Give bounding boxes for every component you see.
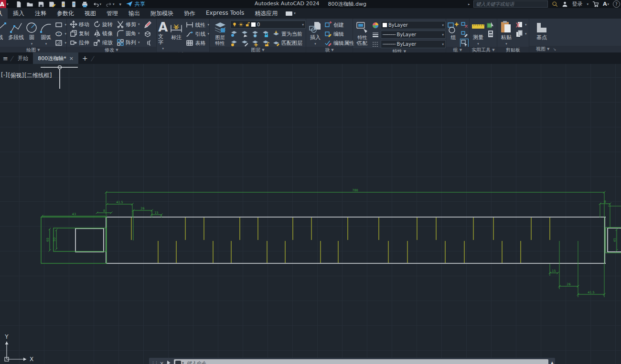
ribbon-tab-0[interactable]: 默认: [0, 8, 8, 19]
layer-off-icon[interactable]: [230, 30, 238, 38]
explode-icon[interactable]: [144, 30, 151, 38]
layer-lock-icon[interactable]: [262, 30, 269, 38]
measure-button[interactable]: 测量▾: [471, 20, 485, 47]
save-as-icon[interactable]: [49, 1, 56, 8]
viewport-menu-button[interactable]: [-]: [1, 72, 8, 80]
share-button[interactable]: 共享: [126, 0, 145, 8]
hatch-icon[interactable]: [55, 39, 63, 47]
open-from-mobile-icon[interactable]: [60, 1, 66, 8]
user-icon[interactable]: [562, 1, 568, 7]
linetype-combo[interactable]: ──────ByLayer▾: [381, 40, 446, 48]
ribbon-tab-3[interactable]: 参数化: [52, 8, 79, 19]
rotate-button[interactable]: 旋转: [93, 21, 113, 28]
dimension-tool-button[interactable]: 标注: [169, 20, 183, 41]
group-edit-icon[interactable]: [460, 30, 468, 38]
quick-select-icon[interactable]: [487, 21, 494, 29]
line-tool-button[interactable]: 线: [0, 20, 8, 41]
polyline-tool-button[interactable]: 多段线: [8, 20, 24, 41]
insert-block-button[interactable]: 插入▾: [308, 20, 322, 47]
copy-button[interactable]: 复制: [70, 30, 89, 37]
plot-printer-icon[interactable]: [81, 1, 88, 8]
command-bar-close-icon[interactable]: ×: [159, 360, 166, 364]
undo-caret-icon[interactable]: ▾: [100, 2, 102, 6]
search-icon[interactable]: [552, 1, 558, 7]
ellipse-icon[interactable]: [55, 30, 63, 38]
open-folder-icon[interactable]: [26, 1, 33, 8]
match-properties-button[interactable]: 特性匹配: [355, 20, 370, 46]
object-color-combo[interactable]: ByLayer▾: [381, 21, 446, 29]
ribbon-tab-2[interactable]: 注释: [30, 8, 52, 19]
ribbon-tab-5[interactable]: 管理: [101, 8, 123, 19]
circle-tool-button[interactable]: 圆 ▾: [24, 20, 39, 47]
layer-properties-button[interactable]: 图层特性: [212, 20, 228, 46]
layer-thaw-icon[interactable]: [251, 39, 259, 47]
ribbon-tab-10[interactable]: 精选应用: [249, 8, 283, 19]
autocad-logo-icon[interactable]: A: [0, 0, 6, 8]
new-file-icon[interactable]: [15, 1, 22, 8]
command-input[interactable]: [186, 360, 548, 364]
scale-button[interactable]: 缩放: [93, 39, 113, 46]
layer-isolate-icon[interactable]: [241, 30, 248, 38]
view-control-button[interactable]: [俯视]: [8, 72, 24, 80]
ribbon-tab-7[interactable]: 附加模块: [145, 8, 179, 19]
drawing-canvas[interactable]: [-] [俯视] [二维线框]: [0, 64, 621, 364]
erase-icon[interactable]: [144, 21, 151, 29]
qat-customize-icon[interactable]: ▾: [119, 2, 122, 7]
mirror-button[interactable]: 镜像: [93, 30, 113, 37]
move-button[interactable]: 移动: [70, 21, 89, 28]
cart-icon[interactable]: [592, 1, 599, 7]
lineweight-combo[interactable]: ──────ByLayer▾: [381, 31, 446, 39]
leader-button[interactable]: 引线▾: [186, 30, 209, 38]
table-button[interactable]: 表格: [186, 39, 209, 47]
ribbon-tab-6[interactable]: 输出: [123, 8, 145, 19]
ribbon-display-toggle[interactable]: ▾: [286, 11, 296, 16]
ribbon-tab-8[interactable]: 协作: [179, 8, 201, 19]
command-bar-grip-icon[interactable]: ⋮⋮: [149, 361, 159, 364]
layer-unlock2-icon[interactable]: [262, 39, 269, 47]
ribbon-tab-1[interactable]: 插入: [8, 8, 30, 19]
cut-icon[interactable]: [515, 21, 523, 29]
file-tabs-menu-icon[interactable]: ≡: [0, 55, 11, 62]
help-icon[interactable]: ?: [613, 0, 620, 8]
layer-on-icon[interactable]: [230, 39, 238, 47]
group-button[interactable]: 组: [447, 20, 460, 41]
base-point-button[interactable]: 基点: [533, 20, 550, 41]
app-store-button[interactable]: A▾: [603, 1, 609, 7]
redo-button[interactable]: ▾: [106, 1, 115, 7]
ribbon-tab-9[interactable]: Express Tools: [201, 8, 249, 19]
ungroup-icon[interactable]: [460, 21, 468, 29]
undo-button[interactable]: ▾: [93, 1, 102, 7]
search-collapse-icon[interactable]: ▸: [468, 2, 470, 6]
panel-label-view[interactable]: 视图▼↘: [529, 46, 621, 52]
paste-button[interactable]: 粘贴▾: [499, 20, 514, 47]
file-tab-document[interactable]: 800连枷轴* ×: [33, 52, 78, 64]
new-tab-button[interactable]: +: [78, 54, 92, 62]
layer-freeze-icon[interactable]: [251, 30, 259, 38]
text-tool-button[interactable]: A 文字▾: [158, 20, 168, 52]
array-button[interactable]: 阵列▾: [117, 39, 140, 46]
tab-close-icon[interactable]: ×: [69, 55, 74, 62]
trim-button[interactable]: 修剪▾: [117, 21, 140, 28]
visual-style-button[interactable]: [二维线框]: [24, 72, 52, 80]
sign-in-caret-icon[interactable]: ▾: [587, 2, 589, 6]
command-recent-icon[interactable]: [175, 361, 181, 364]
command-input-field[interactable]: ▾: [174, 359, 548, 364]
save-icon[interactable]: [38, 1, 44, 8]
ribbon-tab-4[interactable]: 视图: [79, 8, 101, 19]
offset-icon[interactable]: [144, 39, 151, 47]
layer-edit-icon[interactable]: [241, 39, 248, 47]
group-selection-toggle-icon[interactable]: [460, 39, 468, 47]
save-to-mobile-icon[interactable]: [71, 1, 77, 8]
fillet-button[interactable]: 圆角▾: [117, 30, 140, 37]
stretch-button[interactable]: 拉伸: [70, 39, 89, 46]
command-expand-icon[interactable]: ▲: [551, 361, 554, 364]
match-layer-button[interactable]: 匹配图层: [272, 39, 302, 47]
quick-calculator-icon[interactable]: [487, 30, 494, 38]
logo-caret-icon[interactable]: ▾: [7, 2, 9, 6]
command-recent-caret-icon[interactable]: ▾: [182, 361, 184, 364]
sign-in-link[interactable]: 登录: [572, 0, 582, 8]
view-launcher-icon[interactable]: ↘: [553, 47, 556, 52]
search-input[interactable]: [473, 0, 548, 8]
file-tab-start[interactable]: 开始: [13, 52, 33, 64]
copy-clip-icon[interactable]: [515, 30, 523, 38]
